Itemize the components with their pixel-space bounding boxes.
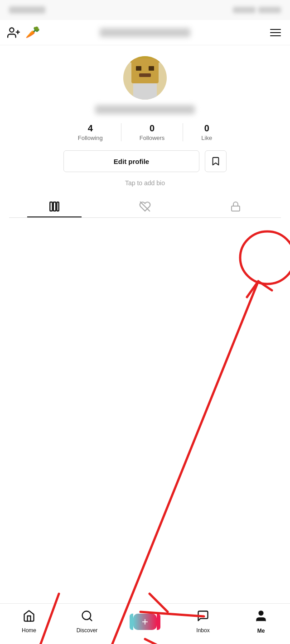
avatar-eye-right xyxy=(149,66,154,71)
page-wrapper: 🥕 4 F xyxy=(0,0,290,476)
content-area xyxy=(0,218,290,435)
action-row: Edit profile xyxy=(9,150,281,172)
tab-videos[interactable] xyxy=(9,196,100,217)
top-nav-left: 🥕 xyxy=(7,25,40,39)
svg-line-10 xyxy=(89,618,92,620)
discover-label: Discover xyxy=(77,627,98,634)
discover-icon xyxy=(81,610,93,625)
svg-rect-3 xyxy=(50,202,52,211)
signal-indicator xyxy=(9,6,45,14)
hamburger-menu-button[interactable] xyxy=(268,27,283,38)
avatar-head xyxy=(131,58,159,83)
annotations-overlay xyxy=(0,218,290,644)
nav-home[interactable]: Home xyxy=(13,610,45,634)
svg-rect-4 xyxy=(53,202,56,211)
svg-point-8 xyxy=(240,231,290,284)
bottom-nav: Home Discover + Inbox Me xyxy=(0,603,290,644)
profile-section: 4 Following 0 Followers 0 Like Edit prof… xyxy=(0,45,290,218)
svg-rect-5 xyxy=(57,202,58,211)
add-user-button[interactable] xyxy=(7,26,20,39)
tabs-row xyxy=(9,196,281,218)
likes-count: 0 xyxy=(204,123,209,134)
home-icon xyxy=(23,610,35,625)
following-label: Following xyxy=(78,135,103,141)
nav-create[interactable]: + xyxy=(129,614,161,630)
battery-indicator xyxy=(233,7,256,13)
avatar-eye-left xyxy=(136,66,141,71)
hamburger-line-1 xyxy=(270,29,281,30)
nav-inbox[interactable]: Inbox xyxy=(187,610,219,634)
edit-profile-label: Edit profile xyxy=(114,158,149,165)
status-bar-left xyxy=(9,6,45,14)
lock-icon xyxy=(230,201,241,212)
followers-stat[interactable]: 0 Followers xyxy=(121,123,184,141)
top-nav: 🥕 xyxy=(0,20,290,45)
plus-icon: + xyxy=(142,615,148,628)
avatar[interactable] xyxy=(123,56,167,100)
likes-label: Like xyxy=(201,135,212,141)
status-bar xyxy=(0,0,290,20)
avatar-body xyxy=(133,83,157,100)
status-bar-right xyxy=(233,7,281,13)
likes-stat[interactable]: 0 Like xyxy=(183,123,230,141)
followers-label: Followers xyxy=(140,135,165,141)
svg-point-0 xyxy=(10,28,14,32)
liked-icon xyxy=(139,201,151,212)
me-label: Me xyxy=(257,628,265,634)
time-indicator xyxy=(258,7,281,13)
bookmark-button[interactable] xyxy=(205,150,227,172)
edit-profile-button[interactable]: Edit profile xyxy=(63,150,199,172)
bookmark-icon xyxy=(211,156,221,166)
nav-me[interactable]: Me xyxy=(245,609,277,634)
username-display xyxy=(100,28,190,37)
username-blurred xyxy=(100,28,190,37)
tab-liked[interactable] xyxy=(100,196,190,217)
svg-point-11 xyxy=(259,611,263,615)
avatar-mouth xyxy=(139,73,151,77)
hamburger-line-3 xyxy=(270,35,281,36)
home-label: Home xyxy=(22,627,36,634)
svg-rect-7 xyxy=(232,206,240,211)
me-icon xyxy=(254,609,268,626)
nav-discover[interactable]: Discover xyxy=(71,610,103,634)
avatar-image xyxy=(123,56,167,100)
stats-row: 4 Following 0 Followers 0 Like xyxy=(9,123,281,141)
create-button[interactable]: + xyxy=(133,614,157,630)
grid-icon xyxy=(48,201,60,212)
profile-name-blurred xyxy=(95,105,195,114)
following-count: 4 xyxy=(88,123,93,134)
inbox-icon xyxy=(197,610,209,625)
carrot-icon: 🥕 xyxy=(25,25,40,39)
tab-private[interactable] xyxy=(190,196,281,217)
followers-count: 0 xyxy=(150,123,155,134)
bio-placeholder[interactable]: Tap to add bio xyxy=(125,179,165,187)
inbox-label: Inbox xyxy=(196,627,209,634)
following-stat[interactable]: 4 Following xyxy=(60,123,121,141)
hamburger-line-2 xyxy=(270,32,281,33)
